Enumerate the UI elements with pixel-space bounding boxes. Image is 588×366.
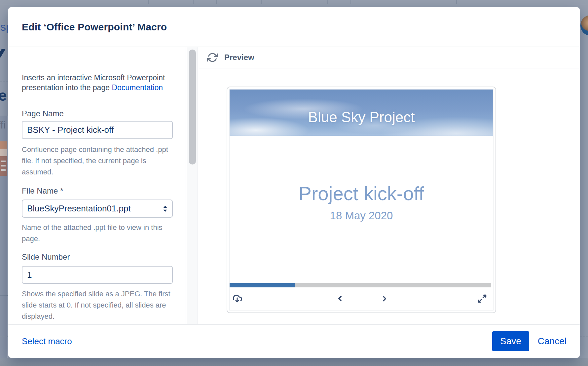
chevron-left-icon xyxy=(336,294,344,303)
background-dashed-line xyxy=(580,336,588,337)
background-text-fragment: er xyxy=(0,87,8,104)
file-name-help: Name of the attached .ppt file to view i… xyxy=(22,222,178,244)
slide-number-input[interactable] xyxy=(22,266,173,284)
slide-header-title: Blue Sky Project xyxy=(230,109,493,126)
background-dashed-line xyxy=(0,336,8,337)
background-content-edge: ffi xyxy=(0,116,8,358)
documentation-link[interactable]: Documentation xyxy=(112,83,163,92)
background-divider xyxy=(0,295,8,296)
cancel-button[interactable]: Cancel xyxy=(538,336,567,347)
page-name-help: Confluence page containing the attached … xyxy=(22,144,178,178)
select-macro-link[interactable]: Select macro xyxy=(22,336,72,347)
macro-edit-dialog: Edit ‘Office Powerpoint’ Macro Inserts a… xyxy=(8,7,580,358)
form-scrollbar-thumb[interactable] xyxy=(189,50,196,165)
next-slide-button[interactable] xyxy=(379,293,390,304)
macro-description: Inserts an interactive Microsoft Powerpo… xyxy=(22,73,175,92)
background-toolbar-separator xyxy=(350,0,351,4)
slide-preview-card: Blue Sky Project Project kick-off 18 May… xyxy=(227,87,496,313)
refresh-icon[interactable] xyxy=(207,52,218,63)
background-text-fragment: ffi xyxy=(0,119,6,131)
slide-title: Project kick-off xyxy=(230,183,493,204)
macro-parameters-panel: Inserts an interactive Microsoft Powerpo… xyxy=(8,47,186,324)
preview-label: Preview xyxy=(224,53,254,62)
form-scrollbar-track[interactable] xyxy=(187,47,198,324)
preview-header: Preview xyxy=(199,47,580,68)
download-button[interactable] xyxy=(232,293,243,304)
background-text-fragment: sp xyxy=(0,20,8,33)
fullscreen-button[interactable] xyxy=(477,293,488,304)
background-text-fragment: Y xyxy=(0,43,6,73)
background-slide-thumbnail xyxy=(0,156,7,176)
background-page-left-strip: sp Y er ffi xyxy=(0,0,8,366)
page-name-input[interactable] xyxy=(22,121,173,139)
expand-icon xyxy=(477,294,487,304)
file-name-select[interactable]: BlueSkyPresentation01.ppt xyxy=(22,200,173,218)
background-toolbar-separator xyxy=(327,0,328,4)
chevron-right-icon xyxy=(380,294,389,303)
avatar xyxy=(580,15,588,36)
file-name-selected-value: BlueSkyPresentation01.ppt xyxy=(27,203,131,214)
slide-date: 18 May 2020 xyxy=(230,209,493,222)
background-toolbar-separator xyxy=(193,0,194,4)
background-toolbar-separator xyxy=(456,0,457,4)
background-toolbar-edge xyxy=(0,4,588,4)
progress-fill xyxy=(230,283,295,287)
slide-header-image: Blue Sky Project xyxy=(230,90,493,136)
background-slide-thumbnail xyxy=(0,149,7,156)
slide-number-label: Slide Number xyxy=(22,252,70,262)
slide-progress-bar xyxy=(230,283,491,287)
slide-number-help: Shows the specified slide as a JPEG. The… xyxy=(22,288,178,322)
preview-panel: Preview Blue Sky Project Project kick-of… xyxy=(199,47,580,324)
background-slide-thumbnail xyxy=(0,141,7,149)
background-toolbar-separator xyxy=(261,0,262,4)
background-page-bottom-strip xyxy=(0,358,588,366)
screen: sp Y er ffi Edit ‘Office Powerpoint’ Mac… xyxy=(0,0,588,366)
dialog-footer: Select macro Save Cancel xyxy=(8,324,580,358)
select-spinner-icon xyxy=(161,204,169,214)
cloud-download-icon xyxy=(232,293,242,304)
dialog-title: Edit ‘Office Powerpoint’ Macro xyxy=(22,21,167,33)
slide-preview: Blue Sky Project Project kick-off 18 May… xyxy=(230,90,493,310)
file-name-label: File Name * xyxy=(22,186,63,196)
background-toolbar-separator xyxy=(216,0,217,4)
page-name-label: Page Name xyxy=(22,109,64,119)
save-button[interactable]: Save xyxy=(492,331,529,351)
previous-slide-button[interactable] xyxy=(334,293,346,304)
dialog-header: Edit ‘Office Powerpoint’ Macro xyxy=(8,7,580,47)
background-dashed-line xyxy=(0,81,8,82)
background-toolbar-separator xyxy=(148,0,149,4)
